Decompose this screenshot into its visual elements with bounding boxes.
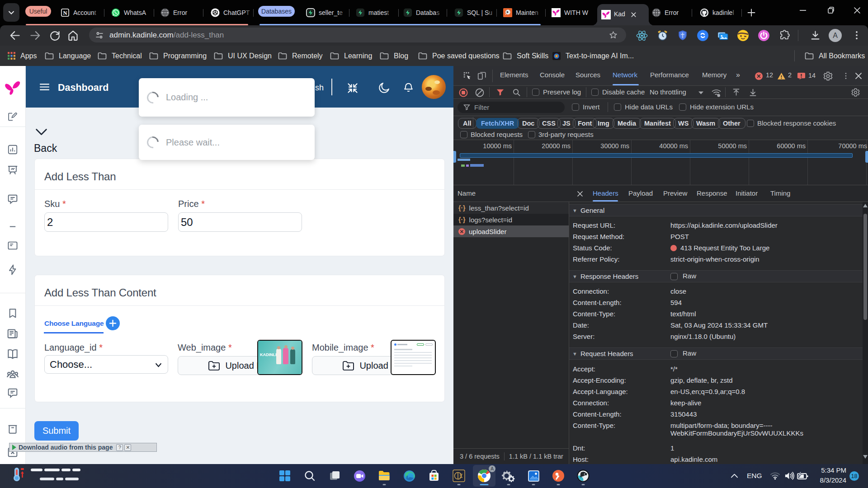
svg-text:N: N xyxy=(63,10,67,16)
